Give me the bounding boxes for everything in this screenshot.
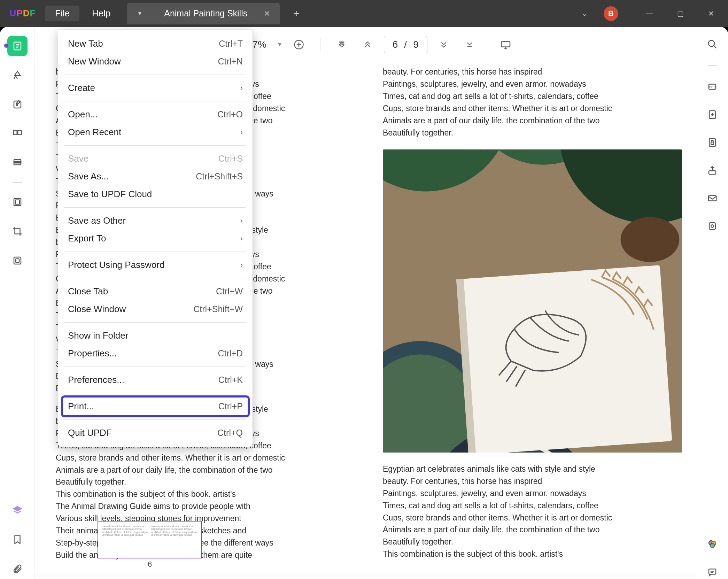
page-separator: / bbox=[404, 39, 407, 50]
separator bbox=[64, 145, 246, 146]
bookmark-icon[interactable] bbox=[7, 530, 28, 550]
separator bbox=[708, 65, 717, 66]
last-page-button[interactable] bbox=[460, 35, 479, 54]
menu-save-as[interactable]: Save As...Ctrl+Shift+S bbox=[63, 168, 248, 185]
first-page-button[interactable] bbox=[332, 35, 351, 54]
svg-rect-31 bbox=[711, 142, 714, 145]
separator bbox=[64, 252, 246, 252]
layers-icon[interactable] bbox=[7, 500, 28, 520]
menu-close-tab[interactable]: Close TabCtrl+W bbox=[63, 283, 248, 300]
presentation-button[interactable] bbox=[496, 35, 515, 54]
chevron-right-icon: › bbox=[240, 84, 243, 93]
svg-rect-7 bbox=[15, 200, 20, 204]
menu-save-cloud[interactable]: Save to UPDF Cloud bbox=[63, 185, 248, 203]
redact-tool-button[interactable] bbox=[7, 153, 28, 173]
thumbnail-page-number: 6 bbox=[148, 560, 152, 569]
menu-preferences[interactable]: Preferences...Ctrl+K bbox=[63, 371, 248, 389]
close-window-button[interactable]: ✕ bbox=[701, 5, 721, 22]
svg-text:OCR: OCR bbox=[709, 85, 715, 89]
edit-pdf-button[interactable] bbox=[7, 94, 28, 115]
email-icon[interactable] bbox=[704, 191, 721, 205]
separator bbox=[64, 101, 246, 101]
menu-properties[interactable]: Properties...Ctrl+D bbox=[63, 345, 248, 362]
convert-icon[interactable] bbox=[704, 108, 721, 122]
menu-save: SaveCtrl+S bbox=[63, 150, 248, 168]
chevron-right-icon: › bbox=[240, 216, 243, 225]
separator bbox=[64, 75, 246, 75]
svg-rect-5 bbox=[14, 161, 21, 163]
chevron-right-icon: › bbox=[240, 128, 243, 137]
document-image bbox=[383, 149, 682, 453]
menu-close-window[interactable]: Close WindowCtrl+Shift+W bbox=[63, 300, 248, 318]
comment-tool-button[interactable] bbox=[7, 65, 28, 85]
new-tab-button[interactable]: + bbox=[286, 8, 307, 20]
zoom-in-button[interactable] bbox=[289, 35, 308, 54]
menu-quit[interactable]: Quit UPDFCtrl+Q bbox=[63, 424, 248, 442]
document-tab[interactable]: ▼ Animal Painting Skills × bbox=[127, 3, 279, 24]
svg-rect-2 bbox=[13, 130, 17, 135]
menu-open-recent[interactable]: Open Recent› bbox=[63, 123, 248, 141]
svg-rect-33 bbox=[708, 196, 716, 201]
attachment-icon[interactable] bbox=[7, 559, 28, 579]
svg-rect-12 bbox=[502, 41, 510, 47]
compress-tool-button[interactable] bbox=[7, 250, 28, 271]
menu-export-to[interactable]: Export To› bbox=[63, 230, 248, 247]
separator bbox=[13, 182, 22, 183]
chevron-down-icon[interactable]: ⌄ bbox=[576, 9, 593, 18]
save-cloud-icon[interactable] bbox=[704, 219, 721, 233]
chevron-down-icon[interactable]: ▼ bbox=[137, 10, 142, 17]
organize-pages-button[interactable] bbox=[7, 124, 28, 144]
next-page-button[interactable] bbox=[434, 35, 453, 54]
separator bbox=[64, 278, 246, 278]
svg-rect-24 bbox=[463, 265, 672, 453]
menu-new-window[interactable]: New WindowCtrl+N bbox=[63, 53, 248, 70]
svg-point-26 bbox=[708, 40, 714, 47]
menu-create[interactable]: Create› bbox=[63, 79, 248, 97]
share-icon[interactable] bbox=[704, 163, 721, 177]
separator bbox=[64, 322, 246, 323]
page-thumbnail[interactable]: Lorem ipsum dolor sit amet consectetur a… bbox=[98, 521, 202, 569]
svg-point-18 bbox=[621, 217, 680, 262]
right-rail: OCR bbox=[696, 27, 728, 579]
ocr-tool-button[interactable] bbox=[7, 192, 28, 212]
ai-assist-icon[interactable] bbox=[704, 537, 721, 551]
svg-rect-3 bbox=[18, 130, 21, 135]
svg-rect-8 bbox=[14, 257, 21, 264]
menu-show-folder[interactable]: Show in Folder bbox=[63, 327, 248, 345]
tab-title: Animal Painting Skills bbox=[164, 8, 247, 18]
comment-panel-icon[interactable] bbox=[704, 565, 721, 579]
titlebar-right: ⌄ B — ▢ ✕ bbox=[576, 5, 728, 22]
svg-rect-32 bbox=[709, 171, 716, 174]
reader-mode-button[interactable] bbox=[7, 36, 28, 56]
protect-icon[interactable] bbox=[704, 136, 721, 149]
indicator-dot bbox=[4, 44, 8, 48]
menu-new-tab[interactable]: New TabCtrl+T bbox=[63, 35, 248, 53]
user-avatar[interactable]: B bbox=[604, 6, 618, 21]
menu-help[interactable]: Help bbox=[82, 6, 120, 21]
close-icon[interactable]: × bbox=[264, 8, 270, 19]
titlebar: UPDF File Help ▼ Animal Painting Skills … bbox=[0, 0, 728, 27]
maximize-button[interactable]: ▢ bbox=[670, 5, 690, 22]
svg-rect-9 bbox=[16, 259, 19, 262]
menu-protect[interactable]: Protect Using Password› bbox=[63, 256, 248, 274]
crop-tool-button[interactable] bbox=[7, 221, 28, 241]
minimize-button[interactable]: — bbox=[640, 5, 660, 22]
file-menu: New TabCtrl+T New WindowCtrl+N Create› O… bbox=[58, 30, 253, 447]
separator bbox=[64, 207, 246, 208]
page-input[interactable]: 6 / 9 bbox=[384, 36, 427, 53]
separator bbox=[64, 366, 246, 367]
ocr-icon[interactable]: OCR bbox=[704, 80, 721, 94]
search-icon[interactable] bbox=[704, 37, 721, 51]
menu-open[interactable]: Open...Ctrl+O bbox=[63, 106, 248, 123]
svg-point-35 bbox=[711, 225, 714, 227]
svg-rect-34 bbox=[709, 223, 715, 230]
menu-file[interactable]: File bbox=[45, 6, 79, 21]
page-content-right: beauty. For centuries, this horse has in… bbox=[369, 62, 696, 574]
menu-print[interactable]: Print...Ctrl+P bbox=[63, 397, 248, 415]
menu-save-other[interactable]: Save as Other› bbox=[63, 212, 248, 230]
separator bbox=[629, 9, 629, 18]
previous-page-button[interactable] bbox=[358, 35, 377, 54]
chevron-down-icon[interactable]: ▼ bbox=[277, 41, 282, 48]
left-rail bbox=[0, 27, 35, 579]
chevron-right-icon: › bbox=[240, 261, 243, 270]
